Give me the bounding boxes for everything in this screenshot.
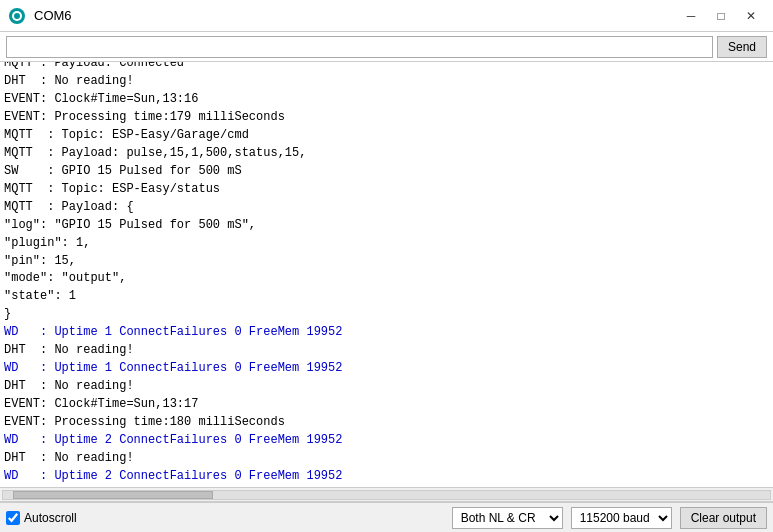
hscroll-track (2, 490, 771, 500)
console-line: WD : Uptime 2 ConnectFailures 0 FreeMem … (4, 467, 769, 485)
clear-output-button[interactable]: Clear output (680, 507, 767, 529)
app-icon (8, 7, 26, 25)
status-bar: Autoscroll No line endingNewlineCarriage… (0, 502, 773, 532)
console-output: MQTT : Topic: ESP-Easy/statusMQTT : Payl… (0, 62, 773, 488)
autoscroll-checkbox[interactable] (6, 511, 20, 525)
horizontal-scrollbar[interactable] (0, 488, 773, 502)
console-line: WD : Uptime 2 ConnectFailures 0 FreeMem … (4, 431, 769, 449)
console-line: "pin": 15, (4, 252, 769, 269)
baud-rate-select[interactable]: 9600 baud19200 baud38400 baud57600 baud1… (571, 507, 672, 529)
console-line: MQTT : Payload: pulse,15,1,500,status,15… (4, 144, 769, 162)
serial-input[interactable] (6, 36, 713, 58)
input-row: Send (0, 32, 773, 62)
maximize-button[interactable]: □ (707, 5, 735, 27)
title-bar: COM6 ─ □ ✕ (0, 0, 773, 32)
console-line: MQTT : Payload: Connected (4, 62, 769, 72)
console-line: WD : Uptime 1 ConnectFailures 0 FreeMem … (4, 323, 769, 341)
console-line: EVENT: Processing time:180 milliSeconds (4, 413, 769, 431)
close-button[interactable]: ✕ (737, 5, 765, 27)
console-line: "plugin": 1, (4, 234, 769, 252)
console-line: EVENT: Processing time:179 milliSeconds (4, 108, 769, 126)
console-line: DHT : No reading! (4, 72, 769, 90)
console-line: DHT : No reading! (4, 377, 769, 395)
line-ending-select[interactable]: No line endingNewlineCarriage returnBoth… (452, 507, 563, 529)
minimize-button[interactable]: ─ (677, 5, 705, 27)
autoscroll-text: Autoscroll (24, 511, 77, 525)
console-line: DHT : No reading! (4, 341, 769, 359)
console-line: DHT : No reading! (4, 449, 769, 467)
console-line: EVENT: Clock#Time=Sun,13:17 (4, 395, 769, 413)
window-title: COM6 (34, 8, 677, 23)
console-line: WD : Uptime 1 ConnectFailures 0 FreeMem … (4, 359, 769, 377)
console-line: "log": "GPIO 15 Pulsed for 500 mS", (4, 216, 769, 234)
window-controls: ─ □ ✕ (677, 5, 765, 27)
console-line: "state": 1 (4, 287, 769, 305)
console-line: MQTT : Payload: { (4, 198, 769, 216)
console-line: "mode": "output", (4, 269, 769, 287)
console-line: SW : GPIO 15 Pulsed for 500 mS (4, 162, 769, 180)
autoscroll-label[interactable]: Autoscroll (6, 511, 77, 525)
console-line: MQTT : Topic: ESP-Easy/Garage/cmd (4, 126, 769, 144)
console-line: } (4, 305, 769, 323)
console-line: MQTT : Topic: ESP-Easy/status (4, 180, 769, 198)
console-line: EVENT: Clock#Time=Sun,13:16 (4, 90, 769, 108)
send-button[interactable]: Send (717, 36, 767, 58)
svg-point-2 (14, 13, 20, 19)
hscroll-thumb[interactable] (13, 491, 213, 499)
